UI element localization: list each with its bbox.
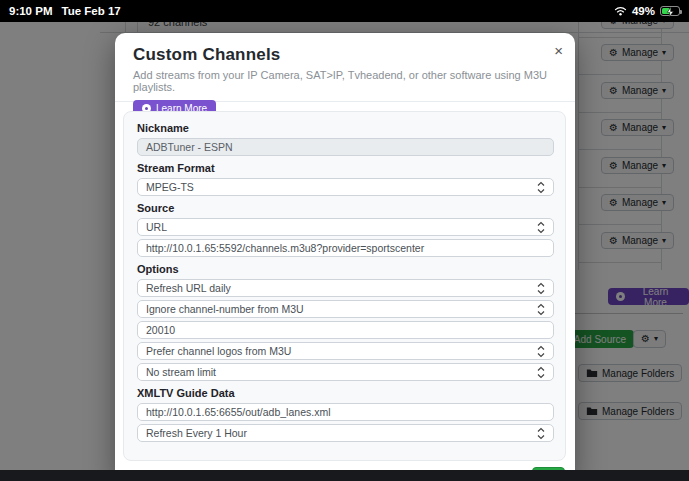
close-icon[interactable]: × bbox=[554, 43, 563, 58]
screen: 92 channels ⚙Manage▾ ⚙Manage▾ ⚙Manage▾ ⚙… bbox=[0, 0, 689, 481]
select-chevron-icon bbox=[537, 427, 545, 440]
charging-bolt-icon bbox=[666, 7, 675, 17]
select-chevron-icon bbox=[537, 221, 545, 234]
start-number-field[interactable]: 20010 bbox=[137, 321, 554, 339]
battery-percent-label: 49% bbox=[632, 5, 655, 17]
channel-logos-select[interactable]: Prefer channel logos from M3U bbox=[137, 342, 554, 360]
select-chevron-icon bbox=[537, 345, 545, 358]
source-url-field[interactable]: http://10.0.1.65:5592/channels.m3u8?prov… bbox=[137, 239, 554, 257]
xmltv-url-field[interactable]: http://10.0.1.65:6655/out/adb_lanes.xml bbox=[137, 403, 554, 421]
modal-subtitle: Add streams from your IP Camera, SAT>IP,… bbox=[133, 69, 557, 93]
nickname-label: Nickname bbox=[137, 123, 552, 134]
xmltv-label: XMLTV Guide Data bbox=[137, 388, 552, 399]
status-bar: 9:10 PM Tue Feb 17 49% bbox=[0, 0, 689, 22]
xmltv-refresh-select[interactable]: Refresh Every 1 Hour bbox=[137, 424, 554, 442]
clock-label: 9:10 PM bbox=[9, 5, 52, 17]
source-label: Source bbox=[137, 203, 552, 214]
stream-format-select[interactable]: MPEG-TS bbox=[137, 178, 554, 196]
modal-title: Custom Channels bbox=[133, 45, 557, 65]
stream-limit-select[interactable]: No stream limit bbox=[137, 363, 554, 381]
modal-header: Custom Channels Add streams from your IP… bbox=[115, 33, 575, 102]
stream-format-label: Stream Format bbox=[137, 163, 552, 174]
bottom-bar bbox=[0, 470, 689, 481]
channel-source-form: Nickname ADBTuner - ESPN Stream Format M… bbox=[123, 111, 566, 461]
date-label: Tue Feb 17 bbox=[61, 5, 120, 17]
battery-charging-icon bbox=[660, 6, 680, 16]
options-label: Options bbox=[137, 264, 552, 275]
select-chevron-icon bbox=[537, 303, 545, 316]
wifi-icon bbox=[614, 6, 627, 16]
select-chevron-icon bbox=[537, 181, 545, 194]
source-type-select[interactable]: URL bbox=[137, 218, 554, 236]
nickname-field[interactable]: ADBTuner - ESPN bbox=[137, 138, 554, 156]
channel-number-select[interactable]: Ignore channel-number from M3U bbox=[137, 300, 554, 318]
select-chevron-icon bbox=[537, 366, 545, 379]
custom-channels-modal: Custom Channels Add streams from your IP… bbox=[115, 33, 575, 481]
refresh-option-select[interactable]: Refresh URL daily bbox=[137, 279, 554, 297]
select-chevron-icon bbox=[537, 282, 545, 295]
